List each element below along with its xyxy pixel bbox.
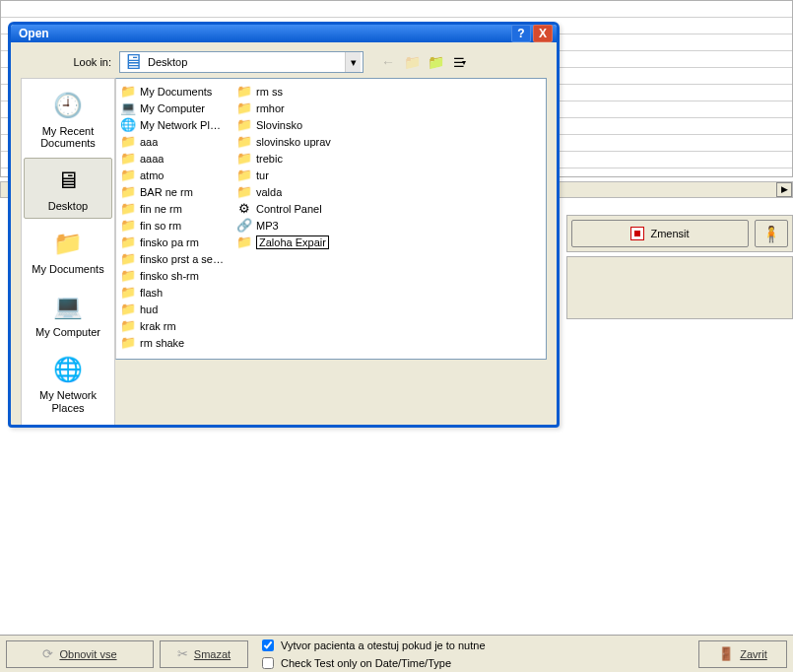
check1-label: Vytvor pacienta a otestuj pokud je to nu… — [281, 639, 486, 651]
list-item[interactable]: 💻My Computer — [118, 100, 229, 116]
place-label: My Network Places — [39, 389, 97, 413]
item-label: My Computer — [140, 102, 205, 114]
new-folder-icon[interactable] — [427, 53, 444, 71]
exit-icon — [718, 646, 734, 661]
list-item[interactable]: 📁aaaa — [118, 150, 229, 167]
place-label: My Recent Documents — [40, 125, 96, 149]
place-mydocs[interactable]: 📁My Documents — [24, 221, 112, 282]
item-label: trebic — [256, 153, 283, 165]
folder-icon: 📁 — [120, 268, 136, 283]
smazat-button[interactable]: ✂ Smazat — [160, 640, 248, 668]
folder-icon: 📁 — [236, 151, 252, 166]
scissors-icon: ✂ — [177, 646, 188, 661]
bottom-bar: ⟳ Obnovit vse ✂ Smazat Vytvor pacienta a… — [0, 635, 793, 672]
folder-icon: 📁 — [120, 235, 136, 249]
open-dialog: Open ? X Look in: 🖥 Desktop ▾ ← ▾ 🕘My Re… — [8, 22, 560, 428]
lookin-dropdown-icon[interactable]: ▾ — [345, 52, 361, 72]
folder-icon: 📁 — [120, 168, 136, 182]
list-item[interactable]: 📁rm ss — [234, 83, 345, 100]
list-item[interactable]: 📁tur — [234, 167, 345, 183]
item-label: valda — [256, 186, 282, 198]
list-item[interactable]: 📁finsko sh-rm — [118, 267, 229, 284]
folder-icon: 📁 — [236, 184, 252, 199]
item-label: My Documents — [140, 86, 212, 98]
check2-row[interactable]: Check Test only on Date/Time/Type — [258, 654, 486, 672]
folder-icon: 🌐 — [120, 117, 136, 132]
views-icon[interactable]: ▾ — [450, 53, 468, 71]
folder-icon: 💻 — [120, 101, 136, 115]
zmensit-label: Zmensit — [650, 228, 689, 239]
tool-icon-button[interactable]: 🧍 — [755, 220, 788, 247]
middle-area: 🕘My Recent Documents🖥Desktop📁My Document… — [21, 78, 547, 426]
folder-icon: 📁 — [120, 184, 136, 199]
list-item[interactable]: 📁fin ne rm — [118, 200, 229, 217]
check1-box[interactable] — [262, 639, 274, 651]
obnovit-button[interactable]: ⟳ Obnovit vse — [6, 640, 154, 668]
place-mycomp[interactable]: 💻My Computer — [24, 284, 112, 345]
list-item[interactable]: 📁rmhor — [234, 100, 345, 116]
list-item[interactable]: ⚙Control Panel — [234, 200, 345, 217]
up-folder-icon[interactable] — [403, 53, 421, 71]
help-button[interactable]: ? — [511, 25, 531, 42]
zavrit-button[interactable]: Zavrit — [698, 640, 787, 668]
place-desktop[interactable]: 🖥Desktop — [24, 158, 112, 219]
folder-icon: 📁 — [120, 84, 136, 99]
list-item[interactable]: 📁finsko prst a semis — [118, 250, 229, 267]
scroll-right-button[interactable]: ▶ — [776, 182, 792, 197]
folder-icon: 📁 — [120, 251, 136, 266]
item-label: slovinsko uprav — [256, 136, 331, 148]
netpl-icon: 🌐 — [52, 354, 84, 385]
item-label: Control Panel — [256, 203, 322, 215]
titlebar[interactable]: Open ? X — [11, 25, 557, 42]
item-label: rm shake — [140, 337, 184, 349]
item-label: My Network Places — [140, 119, 227, 131]
file-listing[interactable]: 📁My Documents💻My Computer🌐My Network Pla… — [115, 78, 547, 360]
folder-icon: 📁 — [120, 134, 136, 149]
folder-icon: 📁 — [236, 235, 252, 249]
list-item[interactable]: 📁Zaloha Expair — [234, 234, 345, 250]
folder-icon: 📁 — [120, 151, 136, 166]
list-item[interactable]: 🌐My Network Places — [118, 116, 229, 133]
check2-label: Check Test only on Date/Time/Type — [281, 657, 451, 669]
list-item[interactable]: 📁My Documents — [118, 83, 229, 100]
desktop-small-icon: 🖥 — [122, 49, 144, 75]
list-item[interactable]: 📁BAR ne rm — [118, 183, 229, 200]
lookin-select[interactable]: 🖥 Desktop ▾ — [119, 51, 363, 73]
list-item[interactable]: 📁finsko pa rm — [118, 234, 229, 250]
tool-strip: Zmensit 🧍 — [566, 215, 793, 252]
check1-row[interactable]: Vytvor pacienta a otestuj pokud je to nu… — [258, 637, 486, 654]
item-label: Slovinsko — [256, 119, 302, 131]
back-icon[interactable]: ← — [379, 53, 397, 71]
close-button[interactable]: X — [533, 25, 553, 42]
folder-icon: 📁 — [236, 168, 252, 182]
mydocs-icon: 📁 — [52, 228, 84, 259]
item-label: hud — [140, 303, 158, 315]
list-item[interactable]: 📁flash — [118, 284, 229, 301]
list-item[interactable]: 📁atmo — [118, 167, 229, 183]
folder-icon: 📁 — [236, 101, 252, 115]
list-item[interactable]: 📁Slovinsko — [234, 116, 345, 133]
list-item[interactable]: 📁valda — [234, 183, 345, 200]
list-item[interactable]: 📁slovinsko uprav — [234, 133, 345, 150]
list-item[interactable]: 📁rm shake — [118, 334, 229, 351]
place-netpl[interactable]: 🌐My Network Places — [24, 347, 112, 420]
item-label: fin so rm — [140, 220, 181, 232]
nav-icons: ← ▾ — [379, 53, 468, 71]
place-recent[interactable]: 🕘My Recent Documents — [24, 83, 112, 156]
item-label: rm ss — [256, 86, 283, 98]
list-item[interactable]: 📁krak rm — [118, 317, 229, 334]
item-label: finsko pa rm — [140, 236, 199, 248]
list-item[interactable]: 📁fin so rm — [118, 217, 229, 234]
list-item[interactable]: 📁trebic — [234, 150, 345, 167]
lower-panel — [566, 256, 793, 319]
list-item[interactable]: 🔗MP3 — [234, 217, 345, 234]
item-label: tur — [256, 169, 269, 181]
check2-box[interactable] — [262, 657, 274, 669]
list-item[interactable]: 📁hud — [118, 301, 229, 317]
item-label: aaa — [140, 136, 158, 148]
place-label: My Documents — [32, 263, 103, 275]
refresh-icon: ⟳ — [42, 646, 53, 661]
list-item[interactable]: 📁aaa — [118, 133, 229, 150]
place-label: Desktop — [48, 200, 88, 212]
zmensit-button[interactable]: Zmensit — [571, 220, 749, 247]
